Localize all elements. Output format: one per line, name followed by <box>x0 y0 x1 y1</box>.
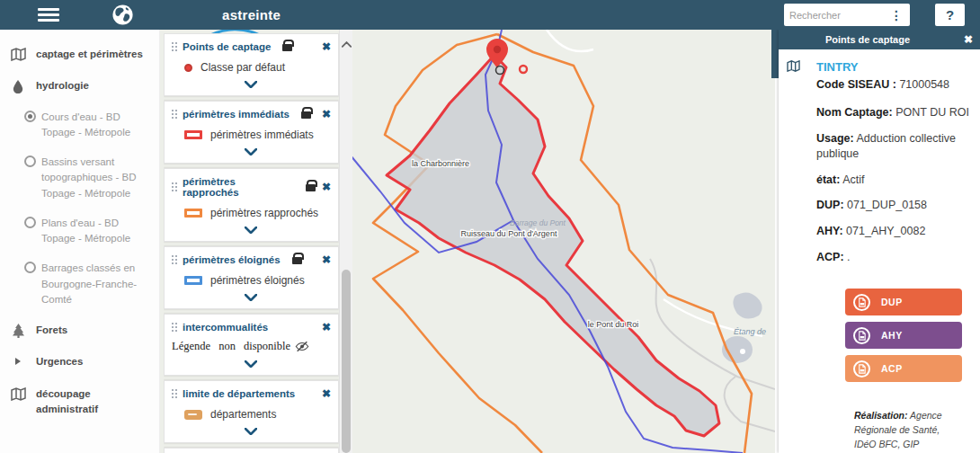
sidebar-item-forets[interactable]: Forets <box>0 315 159 346</box>
legend-label: périmètres éloignés <box>210 274 305 287</box>
detail-value: 71000548 <box>896 78 949 91</box>
drag-handle-icon[interactable] <box>172 182 174 184</box>
sidebar-item-d-coupage-administratif[interactable]: découpage administratif <box>0 378 159 426</box>
info-panel-header: Points de captage ✖ <box>779 30 980 49</box>
layer-expand-chevron-icon[interactable] <box>170 289 331 305</box>
radio <box>0 155 41 167</box>
layer-close-icon[interactable]: ✖ <box>322 109 331 120</box>
caret-right-icon <box>0 354 36 365</box>
globe-logo-icon <box>111 4 134 26</box>
layer-close-icon[interactable]: ✖ <box>322 41 331 52</box>
detail-row: DUP: 071_DUP_0158 <box>816 198 969 213</box>
navbar: astreinte ⋮ ? <box>0 0 980 30</box>
pdf-file-icon <box>853 294 870 311</box>
layer-close-icon[interactable]: ✖ <box>322 254 331 265</box>
layer-legend: Classe par défaut <box>184 61 331 74</box>
drag-handle-icon[interactable] <box>172 255 174 257</box>
layer-close-icon[interactable]: ✖ <box>322 182 331 192</box>
sidebar-item-hydrologie[interactable]: hydrologie <box>0 70 159 102</box>
dup-pdf-button[interactable]: DUP <box>845 289 962 315</box>
layer-expand-chevron-icon[interactable] <box>170 143 331 159</box>
lock-icon <box>292 257 302 264</box>
layer-card-points-de-captage: Points de captage ✖ Classe par défaut <box>164 33 339 96</box>
detail-value: 071_AHY_0082 <box>843 225 926 237</box>
drag-handle-icon[interactable] <box>172 110 174 111</box>
layer-expand-chevron-icon[interactable] <box>170 422 331 439</box>
sidebar-item-captage-et-p-rim-tres[interactable]: captage et périmètres <box>0 39 159 70</box>
info-panel: Points de captage ✖ TINTRY Code SISEAU :… <box>779 30 980 453</box>
layer-card-commune: commune ✖ <box>164 448 339 453</box>
sidebar-item-label: Bassins versant topographiques - BD Topa… <box>41 155 152 201</box>
pdf-button-label: DUP <box>881 297 903 307</box>
layer-title: limite de départements <box>183 388 295 399</box>
layer-card-intercommualit-s: intercommualités ✖ Légende non disponibl… <box>164 314 339 376</box>
detail-value: 071_DUP_0158 <box>844 199 927 211</box>
info-panel-close-icon[interactable]: ✖ <box>957 33 980 46</box>
drag-handle-icon[interactable] <box>172 323 174 324</box>
search-input[interactable] <box>789 10 888 21</box>
detail-row: Code SISEAU : 71000548 <box>816 77 969 93</box>
map-label: le Pont du Roi <box>588 320 639 329</box>
lock-icon <box>301 111 311 119</box>
legend-swatch <box>184 276 202 285</box>
layer-close-icon[interactable]: ✖ <box>322 388 331 399</box>
layer-card-limite-de-d-partements: limite de départements ✖ départements <box>164 380 339 443</box>
sidebar-item-label: hydrologie <box>36 78 93 93</box>
layer-title: périmètres immédiats <box>183 109 290 120</box>
layers-panel-scrollbar[interactable] <box>339 30 352 453</box>
detail-value: PONT DU ROI <box>893 106 969 119</box>
drag-handle-icon[interactable] <box>172 42 174 44</box>
map-icon[interactable] <box>787 60 800 72</box>
sidebar-item-cours-d-eau-bd-topage-m-trop[interactable]: Cours d'eau - BD Topage - Métropole <box>0 102 159 148</box>
eye-slash-icon[interactable] <box>295 341 309 352</box>
layer-expand-chevron-icon[interactable] <box>170 221 331 237</box>
captage-name: TINTRY <box>816 60 969 74</box>
legend-label: Classe par défaut <box>200 61 285 74</box>
map-label: Barrage du Pont <box>510 218 566 227</box>
sidebar-item-label: captage et périmètres <box>36 47 147 62</box>
legend-unavailable: Légende non disponible <box>172 340 309 353</box>
detail-label: Usage: <box>816 132 854 145</box>
layer-expand-chevron-icon[interactable] <box>170 76 331 92</box>
legend-swatch <box>184 410 202 420</box>
document-buttons: DUP AHY ACP <box>845 289 962 382</box>
droplet-icon <box>0 78 36 93</box>
hamburger-menu-icon[interactable] <box>38 8 59 22</box>
layer-title: intercommualités <box>183 322 268 333</box>
layer-title: périmètres éloignés <box>183 254 281 265</box>
info-panel-body: TINTRY Code SISEAU : 71000548Nom Captage… <box>779 49 980 453</box>
captage-details: Code SISEAU : 71000548Nom Captage: PONT … <box>816 77 969 265</box>
app-root: astreinte ⋮ ? <box>0 0 980 453</box>
sidebar-item-plans-d-eau-bd-topage-m-trop[interactable]: Plans d'eau - BD Topage - Métropole <box>0 209 159 254</box>
sidebar-item-urgences[interactable]: Urgences <box>0 346 159 378</box>
detail-label: ACP: <box>816 251 844 263</box>
layer-legend: périmètres éloignés <box>184 274 331 287</box>
legend-swatch <box>184 64 192 72</box>
drag-handle-icon[interactable] <box>172 389 174 391</box>
layer-close-icon[interactable]: ✖ <box>322 322 331 333</box>
pdf-file-icon <box>853 327 870 344</box>
detail-label: DUP: <box>816 199 844 211</box>
app-title: astreinte <box>222 7 281 22</box>
sidebar-item-bassins-versant-topographiqu[interactable]: Bassins versant topographiques - BD Topa… <box>0 147 159 209</box>
ahy-pdf-button[interactable]: AHY <box>845 322 962 349</box>
detail-label: AHY: <box>816 225 843 237</box>
acp-pdf-button[interactable]: ACP <box>845 355 962 382</box>
lock-icon <box>282 44 292 51</box>
sidebar-item-label: Urgences <box>36 354 86 369</box>
legend-swatch <box>184 130 202 139</box>
scroll-up-icon[interactable] <box>342 35 352 51</box>
help-button[interactable]: ? <box>935 4 965 26</box>
sidebar-item-barrages-class-s-en-bourgogn[interactable]: Barrages classés en Bourgogne-Franche-Co… <box>0 253 159 315</box>
radio <box>0 261 41 273</box>
detail-row: état: Actif <box>816 173 969 188</box>
pdf-button-label: AHY <box>881 330 903 341</box>
search-options-kebab-icon[interactable]: ⋮ <box>888 9 904 22</box>
layer-expand-chevron-icon[interactable] <box>170 355 331 371</box>
sidebar-item-label: Barrages classés en Bourgogne-Franche-Co… <box>41 261 152 307</box>
scrollbar-thumb[interactable] <box>342 270 351 453</box>
legend-label: périmètres immédiats <box>210 129 314 141</box>
detail-row: ACP: . <box>816 250 969 265</box>
sidebar-item-label: découpage administratif <box>36 386 152 418</box>
credits-footer: Réalisation: Agence Régionale de Santé, … <box>854 409 960 453</box>
